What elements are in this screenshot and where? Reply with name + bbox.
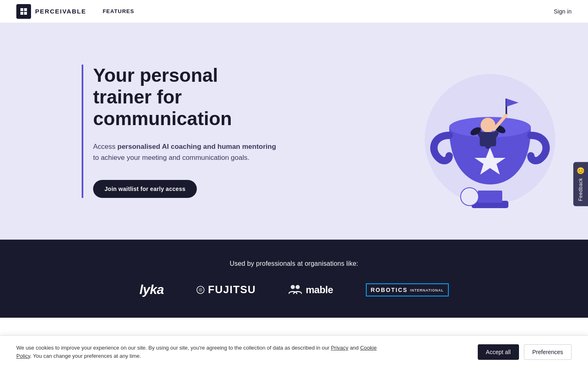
svg-point-16 (198, 288, 203, 292)
feedback-icon: 😊 (577, 167, 585, 175)
logos-title: Used by professionals at organisations l… (230, 260, 359, 267)
privacy-link[interactable]: Privacy (331, 345, 348, 351)
cta-waitlist-button[interactable]: Join waitlist for early access (93, 180, 197, 198)
logo-icon (16, 4, 31, 19)
org-logo-robotics: ROBOTICS INTERNATIONAL (366, 283, 449, 296)
hero-section: Your personal trainer for communication … (0, 23, 588, 240)
logo[interactable]: PERCEIVABLE (16, 4, 86, 19)
feedback-tab[interactable]: 😊 Feedback (573, 162, 588, 206)
svg-point-18 (296, 285, 300, 289)
feedback-tab-wrapper: 😊 Feedback (573, 162, 588, 206)
org-logo-mable: mable (289, 284, 333, 296)
navbar: PERCEIVABLE FEATURES Sign in (0, 0, 588, 23)
sign-in-button[interactable]: Sign in (554, 8, 572, 15)
cookie-buttons: Accept all Preferences (478, 344, 572, 360)
svg-point-17 (291, 285, 295, 289)
hero-border-accent: Your personal trainer for communication … (82, 65, 278, 197)
hero-illustration (408, 54, 564, 209)
svg-rect-2 (478, 191, 502, 203)
navbar-left: PERCEIVABLE FEATURES (16, 4, 134, 19)
logos-row: lyka FUJITSU mable ROBOTICS INTERNATIONA (139, 282, 448, 297)
hero-title: Your personal trainer for communication (93, 65, 278, 130)
preferences-button[interactable]: Preferences (524, 344, 572, 360)
cookie-banner: We use cookies to improve your experienc… (0, 335, 588, 368)
nav-features-link[interactable]: FEATURES (102, 8, 134, 14)
svg-point-14 (461, 188, 479, 206)
cookie-text: We use cookies to improve your experienc… (16, 344, 384, 360)
logo-text: PERCEIVABLE (35, 8, 86, 15)
org-logo-fujitsu: FUJITSU (196, 283, 256, 296)
accept-all-button[interactable]: Accept all (478, 344, 519, 360)
hero-subtitle: Access personalised AI coaching and huma… (93, 141, 278, 163)
logos-section: Used by professionals at organisations l… (0, 240, 588, 318)
hero-content: Your personal trainer for communication … (0, 65, 278, 197)
feedback-label: Feedback (578, 178, 584, 201)
org-logo-lyka: lyka (139, 282, 164, 297)
